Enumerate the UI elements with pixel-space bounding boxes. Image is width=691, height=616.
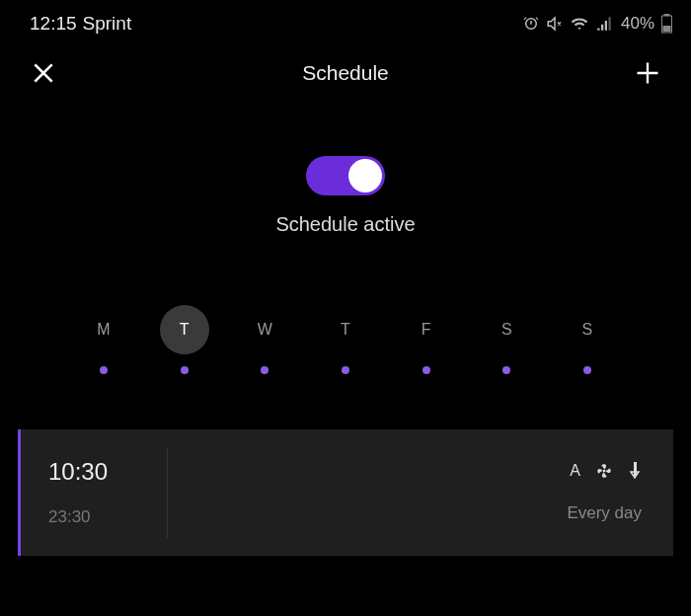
mode-icons: A [570, 462, 642, 480]
svg-point-3 [603, 470, 606, 473]
close-button[interactable] [28, 57, 59, 89]
status-right: 40% [522, 14, 673, 34]
frequency-label: Every day [567, 503, 642, 523]
day-dot-1 [160, 366, 209, 374]
page-title: Schedule [302, 61, 389, 85]
svg-rect-4 [634, 462, 637, 476]
start-time: 10:30 [48, 458, 167, 486]
day-label: T [160, 305, 209, 354]
event-dot-icon [502, 366, 510, 374]
add-button[interactable] [632, 57, 663, 89]
day-label: S [563, 305, 612, 354]
day-dot-4 [402, 366, 451, 374]
wifi-icon [570, 15, 589, 33]
schedule-meta: A Every day [168, 429, 646, 556]
close-icon [31, 60, 56, 86]
signal-icon [595, 15, 613, 33]
mute-icon [546, 15, 564, 33]
day-0[interactable]: M [79, 305, 128, 354]
day-dot-0 [79, 366, 128, 374]
event-dot-icon [342, 366, 349, 374]
day-label: T [321, 305, 370, 354]
schedule-item[interactable]: 10:30 23:30 A Every day [18, 429, 673, 556]
toggle-knob [348, 159, 382, 192]
alarm-icon [522, 15, 540, 33]
day-3[interactable]: T [321, 305, 370, 354]
svg-rect-2 [663, 26, 671, 32]
toggle-label: Schedule active [275, 213, 415, 236]
day-label: W [240, 305, 289, 354]
day-2[interactable]: W [240, 305, 289, 354]
status-time: 12:15 [30, 13, 77, 35]
event-dot-icon [583, 366, 591, 374]
day-4[interactable]: F [402, 305, 451, 354]
day-dot-6 [563, 366, 612, 374]
dots-row [0, 366, 691, 374]
event-dot-icon [422, 366, 430, 374]
day-label: S [482, 305, 531, 354]
day-label: F [402, 305, 451, 354]
schedule-active-toggle[interactable] [306, 156, 385, 195]
day-label: M [79, 305, 128, 354]
toggle-section: Schedule active [0, 156, 691, 236]
day-6[interactable]: S [563, 305, 612, 354]
battery-icon [660, 14, 673, 34]
status-carrier: Sprint [83, 13, 132, 35]
event-dot-icon [261, 366, 269, 374]
battery-percentage: 40% [621, 14, 654, 34]
end-time: 23:30 [48, 507, 167, 527]
event-dot-icon [100, 366, 108, 374]
status-left: 12:15 Sprint [30, 13, 131, 35]
day-dot-2 [240, 366, 289, 374]
day-5[interactable]: S [482, 305, 531, 354]
day-1[interactable]: T [160, 305, 209, 354]
event-dot-icon [181, 366, 189, 374]
day-dot-5 [482, 366, 531, 374]
plus-icon [634, 59, 661, 87]
schedule-times: 10:30 23:30 [48, 429, 167, 556]
day-dot-3 [321, 366, 370, 374]
days-row: MTWTFSS [0, 305, 691, 354]
header: Schedule [0, 39, 691, 99]
mode-auto-label: A [570, 462, 580, 480]
status-bar: 12:15 Sprint 40% [0, 0, 691, 39]
fan-icon [596, 463, 612, 479]
swing-icon [628, 462, 642, 480]
